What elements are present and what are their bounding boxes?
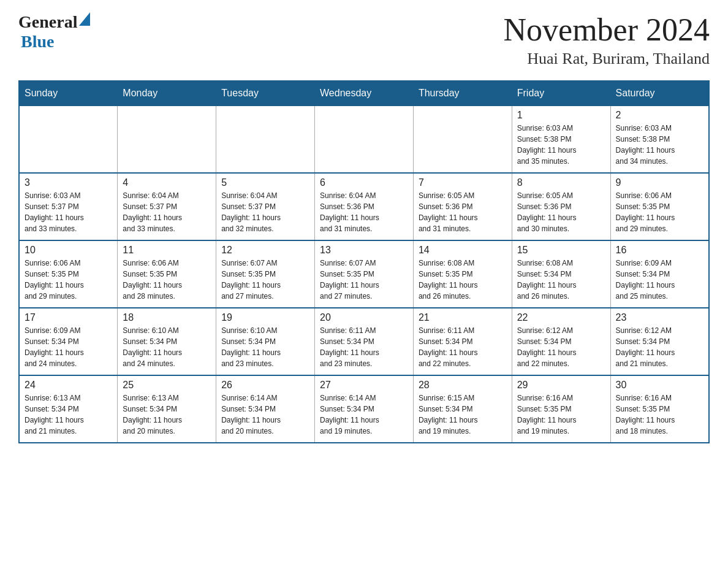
day-number: 27: [320, 380, 408, 391]
day-info: Sunrise: 6:14 AMSunset: 5:34 PMDaylight:…: [320, 393, 408, 437]
day-info: Sunrise: 6:13 AMSunset: 5:34 PMDaylight:…: [25, 393, 112, 437]
svg-marker-0: [79, 12, 90, 26]
calendar-header-row: Sunday Monday Tuesday Wednesday Thursday…: [19, 81, 709, 105]
col-friday: Friday: [512, 81, 610, 105]
day-number: 3: [25, 177, 112, 188]
calendar-week-row: 10Sunrise: 6:06 AMSunset: 5:35 PMDayligh…: [19, 240, 709, 308]
day-info: Sunrise: 6:15 AMSunset: 5:34 PMDaylight:…: [419, 393, 507, 437]
day-number: 4: [123, 177, 211, 188]
day-info: Sunrise: 6:12 AMSunset: 5:34 PMDaylight:…: [517, 325, 605, 369]
day-number: 20: [320, 312, 408, 323]
table-row: 29Sunrise: 6:16 AMSunset: 5:35 PMDayligh…: [512, 375, 610, 443]
day-info: Sunrise: 6:12 AMSunset: 5:34 PMDaylight:…: [616, 325, 703, 369]
day-number: 30: [616, 380, 703, 391]
table-row: 25Sunrise: 6:13 AMSunset: 5:34 PMDayligh…: [118, 375, 216, 443]
day-info: Sunrise: 6:11 AMSunset: 5:34 PMDaylight:…: [320, 325, 408, 369]
day-info: Sunrise: 6:04 AMSunset: 5:37 PMDaylight:…: [123, 190, 211, 234]
day-number: 21: [419, 312, 507, 323]
day-info: Sunrise: 6:14 AMSunset: 5:34 PMDaylight:…: [221, 393, 309, 437]
table-row: 28Sunrise: 6:15 AMSunset: 5:34 PMDayligh…: [413, 375, 512, 443]
table-row: 4Sunrise: 6:04 AMSunset: 5:37 PMDaylight…: [118, 173, 216, 240]
logo: General Blue: [18, 12, 90, 52]
table-row: 21Sunrise: 6:11 AMSunset: 5:34 PMDayligh…: [413, 308, 512, 375]
day-number: 6: [320, 177, 408, 188]
day-info: Sunrise: 6:05 AMSunset: 5:36 PMDaylight:…: [517, 190, 605, 234]
day-info: Sunrise: 6:08 AMSunset: 5:34 PMDaylight:…: [517, 258, 605, 302]
table-row: 1Sunrise: 6:03 AMSunset: 5:38 PMDaylight…: [512, 105, 610, 173]
day-number: 10: [25, 245, 112, 256]
table-row: 30Sunrise: 6:16 AMSunset: 5:35 PMDayligh…: [610, 375, 709, 443]
col-monday: Monday: [118, 81, 216, 105]
logo-general-text: General: [18, 12, 77, 32]
calendar-table: Sunday Monday Tuesday Wednesday Thursday…: [18, 80, 710, 443]
table-row: 15Sunrise: 6:08 AMSunset: 5:34 PMDayligh…: [512, 240, 610, 308]
day-info: Sunrise: 6:06 AMSunset: 5:35 PMDaylight:…: [25, 258, 112, 302]
table-row: 26Sunrise: 6:14 AMSunset: 5:34 PMDayligh…: [216, 375, 315, 443]
col-tuesday: Tuesday: [216, 81, 315, 105]
day-number: 11: [123, 245, 211, 256]
table-row: 11Sunrise: 6:06 AMSunset: 5:35 PMDayligh…: [118, 240, 216, 308]
day-info: Sunrise: 6:03 AMSunset: 5:38 PMDaylight:…: [616, 123, 703, 167]
day-number: 19: [221, 312, 309, 323]
table-row: 18Sunrise: 6:10 AMSunset: 5:34 PMDayligh…: [118, 308, 216, 375]
day-number: 22: [517, 312, 605, 323]
page-header: General Blue November 2024 Huai Rat, Bur…: [18, 12, 710, 68]
table-row: 5Sunrise: 6:04 AMSunset: 5:37 PMDaylight…: [216, 173, 315, 240]
day-number: 15: [517, 245, 605, 256]
day-number: 8: [517, 177, 605, 188]
day-info: Sunrise: 6:07 AMSunset: 5:35 PMDaylight:…: [221, 258, 309, 302]
day-number: 16: [616, 245, 703, 256]
day-info: Sunrise: 6:10 AMSunset: 5:34 PMDaylight:…: [123, 325, 211, 369]
table-row: 8Sunrise: 6:05 AMSunset: 5:36 PMDaylight…: [512, 173, 610, 240]
location-title: Huai Rat, Buriram, Thailand: [504, 50, 710, 68]
table-row: 9Sunrise: 6:06 AMSunset: 5:35 PMDaylight…: [610, 173, 709, 240]
day-number: 14: [419, 245, 507, 256]
day-number: 7: [419, 177, 507, 188]
day-info: Sunrise: 6:06 AMSunset: 5:35 PMDaylight:…: [123, 258, 211, 302]
day-number: 2: [616, 110, 703, 121]
table-row: 16Sunrise: 6:09 AMSunset: 5:34 PMDayligh…: [610, 240, 709, 308]
day-info: Sunrise: 6:04 AMSunset: 5:36 PMDaylight:…: [320, 190, 408, 234]
table-row: [118, 105, 216, 173]
day-number: 28: [419, 380, 507, 391]
day-number: 18: [123, 312, 211, 323]
table-row: 12Sunrise: 6:07 AMSunset: 5:35 PMDayligh…: [216, 240, 315, 308]
day-number: 24: [25, 380, 112, 391]
month-title: November 2024: [504, 12, 710, 47]
day-info: Sunrise: 6:09 AMSunset: 5:34 PMDaylight:…: [25, 325, 112, 369]
col-thursday: Thursday: [413, 81, 512, 105]
day-info: Sunrise: 6:09 AMSunset: 5:34 PMDaylight:…: [616, 258, 703, 302]
day-number: 25: [123, 380, 211, 391]
day-info: Sunrise: 6:08 AMSunset: 5:35 PMDaylight:…: [419, 258, 507, 302]
table-row: 10Sunrise: 6:06 AMSunset: 5:35 PMDayligh…: [19, 240, 118, 308]
col-sunday: Sunday: [19, 81, 118, 105]
table-row: 3Sunrise: 6:03 AMSunset: 5:37 PMDaylight…: [19, 173, 118, 240]
day-number: 17: [25, 312, 112, 323]
table-row: 2Sunrise: 6:03 AMSunset: 5:38 PMDaylight…: [610, 105, 709, 173]
table-row: [315, 105, 414, 173]
day-info: Sunrise: 6:06 AMSunset: 5:35 PMDaylight:…: [616, 190, 703, 234]
table-row: [413, 105, 512, 173]
day-number: 23: [616, 312, 703, 323]
day-info: Sunrise: 6:03 AMSunset: 5:38 PMDaylight:…: [517, 123, 605, 167]
day-number: 29: [517, 380, 605, 391]
calendar-week-row: 1Sunrise: 6:03 AMSunset: 5:38 PMDaylight…: [19, 105, 709, 173]
day-info: Sunrise: 6:11 AMSunset: 5:34 PMDaylight:…: [419, 325, 507, 369]
day-info: Sunrise: 6:16 AMSunset: 5:35 PMDaylight:…: [616, 393, 703, 437]
day-info: Sunrise: 6:16 AMSunset: 5:35 PMDaylight:…: [517, 393, 605, 437]
calendar-week-row: 3Sunrise: 6:03 AMSunset: 5:37 PMDaylight…: [19, 173, 709, 240]
day-number: 13: [320, 245, 408, 256]
day-number: 5: [221, 177, 309, 188]
day-number: 1: [517, 110, 605, 121]
day-info: Sunrise: 6:10 AMSunset: 5:34 PMDaylight:…: [221, 325, 309, 369]
logo-triangle-icon: [79, 12, 90, 28]
table-row: 22Sunrise: 6:12 AMSunset: 5:34 PMDayligh…: [512, 308, 610, 375]
table-row: 7Sunrise: 6:05 AMSunset: 5:36 PMDaylight…: [413, 173, 512, 240]
table-row: [19, 105, 118, 173]
table-row: 14Sunrise: 6:08 AMSunset: 5:35 PMDayligh…: [413, 240, 512, 308]
calendar-week-row: 24Sunrise: 6:13 AMSunset: 5:34 PMDayligh…: [19, 375, 709, 443]
logo-blue-text: Blue: [21, 32, 54, 52]
day-info: Sunrise: 6:05 AMSunset: 5:36 PMDaylight:…: [419, 190, 507, 234]
day-info: Sunrise: 6:04 AMSunset: 5:37 PMDaylight:…: [221, 190, 309, 234]
table-row: 23Sunrise: 6:12 AMSunset: 5:34 PMDayligh…: [610, 308, 709, 375]
